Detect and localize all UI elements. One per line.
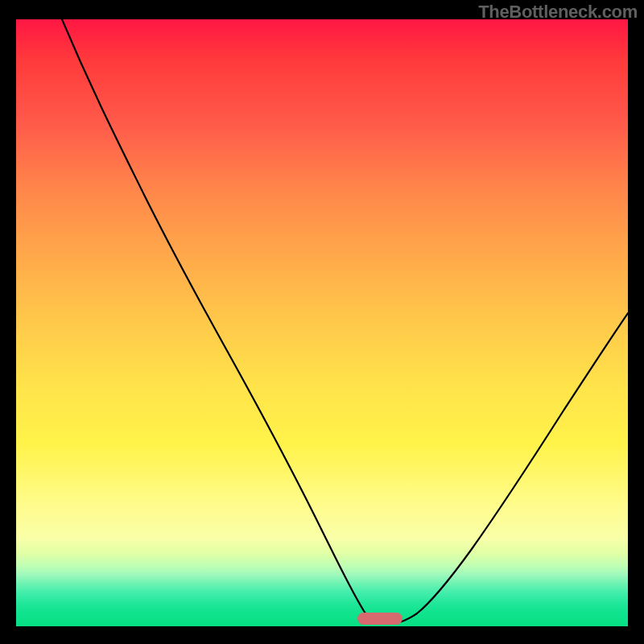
plot-area: [16, 19, 628, 626]
chart-frame: TheBottleneck.com: [0, 0, 644, 644]
bottleneck-curve-path: [62, 19, 628, 625]
optimal-marker-pill: [357, 613, 402, 625]
watermark-text: TheBottleneck.com: [478, 2, 638, 23]
baseline: [16, 625, 628, 626]
curve-svg: [16, 19, 628, 626]
